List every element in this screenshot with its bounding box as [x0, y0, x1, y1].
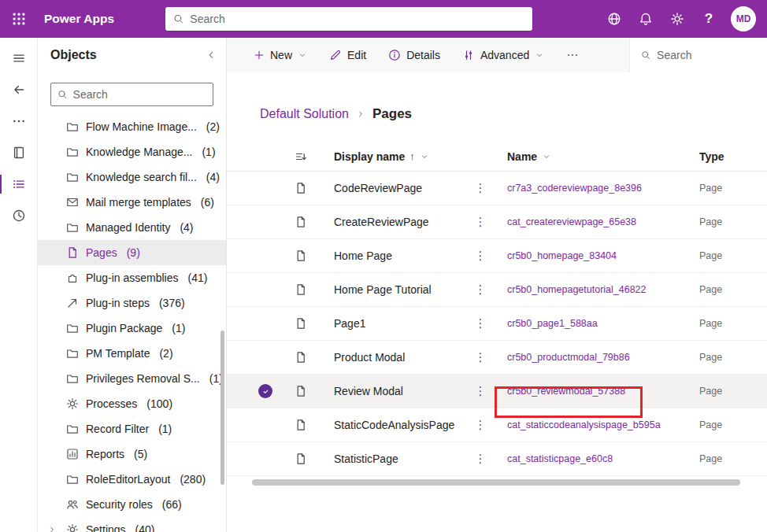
objects-item-pm-template[interactable]: PM Template(2)	[38, 341, 227, 366]
list-search-input[interactable]	[657, 49, 756, 61]
collapse-panel-button[interactable]	[206, 50, 217, 61]
objects-search-box[interactable]	[50, 83, 213, 106]
table-row[interactable]: Page1 ⋮ cr5b0_page1_588aa Page	[227, 307, 767, 341]
row-display-name[interactable]: StatisticPage	[318, 453, 469, 465]
rail-more-button[interactable]	[0, 105, 38, 137]
item-label: Knowledge search fil...	[86, 171, 197, 183]
table-row[interactable]: StatisticPage ⋮ cat_statisticpage_e60c8 …	[227, 442, 767, 476]
table-row-selected[interactable]: Review Modal ⋮ cr5b0_reviewmodal_57388 P…	[227, 375, 767, 408]
objects-view-button[interactable]	[0, 168, 38, 200]
row-more-icon[interactable]: ⋮	[469, 350, 491, 364]
objects-item-pages[interactable]: Pages(9)	[38, 240, 227, 265]
settings-button[interactable]	[668, 9, 687, 28]
objects-item-reports[interactable]: Reports(5)	[38, 441, 227, 467]
row-more-icon[interactable]: ⋮	[469, 283, 491, 297]
details-button[interactable]: Details	[388, 49, 440, 61]
objects-search-input[interactable]	[73, 88, 206, 101]
row-more-icon[interactable]: ⋮	[469, 418, 491, 432]
edit-button[interactable]: Edit	[329, 49, 366, 61]
new-button[interactable]: New	[254, 49, 307, 61]
objects-item-roleeditorlayout[interactable]: RoleEditorLayout(280)	[38, 467, 227, 492]
environment-icon	[607, 12, 621, 26]
more-commands-button[interactable]	[566, 49, 579, 61]
table-row[interactable]: Home Page ⋮ cr5b0_homepage_83404 Page	[227, 239, 767, 273]
account-avatar[interactable]: MD	[731, 6, 756, 31]
item-count: (41)	[188, 272, 208, 284]
help-button[interactable]: ?	[699, 9, 718, 28]
ellipsis-icon	[566, 49, 579, 61]
row-display-name[interactable]: Home Page Tutorial	[318, 283, 469, 296]
book-icon	[12, 146, 26, 160]
objects-item-knowledge-manage[interactable]: Knowledge Manage...(1)	[38, 139, 227, 164]
row-display-name[interactable]: CodeReviewPage	[318, 182, 469, 194]
table-row[interactable]: CreateReviewPage ⋮ cat_createreviewpage_…	[227, 205, 767, 239]
column-header-display-name[interactable]: Display name ↑	[318, 150, 469, 163]
row-display-name[interactable]: Home Page	[318, 249, 469, 262]
table-header-row: Display name ↑ Name Type	[227, 142, 767, 172]
solutions-button[interactable]	[0, 137, 38, 168]
objects-item-knowledge-search[interactable]: Knowledge search fil...(4)	[38, 164, 227, 190]
page-icon	[283, 419, 318, 431]
table-row[interactable]: StaticCodeAnalysisPage ⋮ cat_staticcodea…	[227, 408, 767, 442]
global-search-box[interactable]	[165, 7, 532, 31]
row-selected-checkbox[interactable]	[258, 384, 272, 398]
command-bar: New Edit Details Advanced	[227, 38, 767, 72]
list-search-box[interactable]	[629, 38, 767, 72]
item-label: RoleEditorLayout	[86, 473, 170, 486]
item-label: Plug-in assemblies	[86, 272, 179, 284]
environment-button[interactable]	[605, 9, 624, 28]
objects-item-privileges-removal[interactable]: Privileges Removal S...(1)	[38, 366, 227, 391]
objects-item-managed-identity[interactable]: Managed Identity(4)	[38, 215, 227, 240]
objects-item-plugin-assemblies[interactable]: Plug-in assemblies(41)	[38, 265, 227, 290]
row-type: Page	[688, 318, 745, 329]
objects-item-plugin-steps[interactable]: Plug-in steps(376)	[38, 290, 227, 316]
item-label: Processes	[86, 397, 137, 410]
row-options-icon[interactable]	[283, 150, 318, 163]
item-count: (280)	[180, 473, 206, 486]
item-label: Flow Machine Image...	[86, 120, 197, 133]
row-more-icon[interactable]: ⋮	[469, 384, 491, 398]
row-type: Page	[688, 216, 745, 227]
row-more-icon[interactable]: ⋮	[469, 215, 491, 229]
hamburger-icon	[12, 51, 26, 65]
nav-menu-button[interactable]	[0, 42, 38, 74]
chevron-right-icon[interactable]	[47, 525, 57, 532]
table-row[interactable]: Product Modal ⋮ cr5b0_productmodal_79b86…	[227, 341, 767, 375]
row-display-name[interactable]: Product Modal	[318, 351, 469, 364]
row-display-name[interactable]: StaticCodeAnalysisPage	[318, 419, 469, 431]
page-icon	[283, 351, 318, 364]
objects-item-flow-machine-image[interactable]: Flow Machine Image...(2)	[38, 114, 227, 139]
breadcrumb-solution-link[interactable]: Default Solution	[260, 107, 349, 121]
row-more-icon[interactable]: ⋮	[469, 249, 491, 263]
app-launcher-button[interactable]	[0, 0, 38, 38]
top-app-bar: Power Apps ? MD	[0, 0, 767, 38]
notifications-button[interactable]	[636, 9, 655, 28]
horizontal-scrollbar[interactable]	[252, 479, 740, 486]
table-row[interactable]: Home Page Tutorial ⋮ cr5b0_homepagetutor…	[227, 273, 767, 307]
row-display-name[interactable]: Review Modal	[318, 385, 469, 397]
objects-item-mail-merge-templates[interactable]: Mail merge templates(6)	[38, 190, 227, 215]
report-chart-icon	[66, 448, 79, 460]
row-more-icon[interactable]: ⋮	[469, 181, 491, 195]
objects-item-record-filter[interactable]: Record Filter(1)	[38, 416, 227, 441]
item-label: PM Template	[86, 347, 150, 360]
column-header-name[interactable]: Name	[491, 150, 688, 163]
objects-item-processes[interactable]: Processes(100)	[38, 391, 227, 416]
objects-item-security-roles[interactable]: Security roles(66)	[38, 492, 227, 517]
back-button[interactable]	[0, 74, 38, 105]
item-count: (1)	[158, 423, 172, 435]
row-display-name[interactable]: CreateReviewPage	[318, 216, 469, 228]
table-row[interactable]: CodeReviewPage ⋮ cr7a3_codereviewpage_8e…	[227, 172, 767, 205]
advanced-button[interactable]: Advanced	[462, 49, 544, 61]
global-search-input[interactable]	[190, 13, 524, 25]
item-label: Privileges Removal S...	[86, 372, 200, 385]
objects-item-settings[interactable]: Settings(40)	[38, 517, 227, 532]
row-more-icon[interactable]: ⋮	[469, 452, 491, 466]
history-button[interactable]	[0, 200, 38, 231]
objects-item-plugin-package[interactable]: Plugin Package(1)	[38, 316, 227, 341]
row-display-name[interactable]: Page1	[318, 317, 469, 330]
row-more-icon[interactable]: ⋮	[469, 316, 491, 331]
item-count: (5)	[134, 448, 147, 460]
panel-vertical-scrollbar[interactable]	[220, 331, 224, 485]
row-type: Page	[688, 419, 745, 430]
